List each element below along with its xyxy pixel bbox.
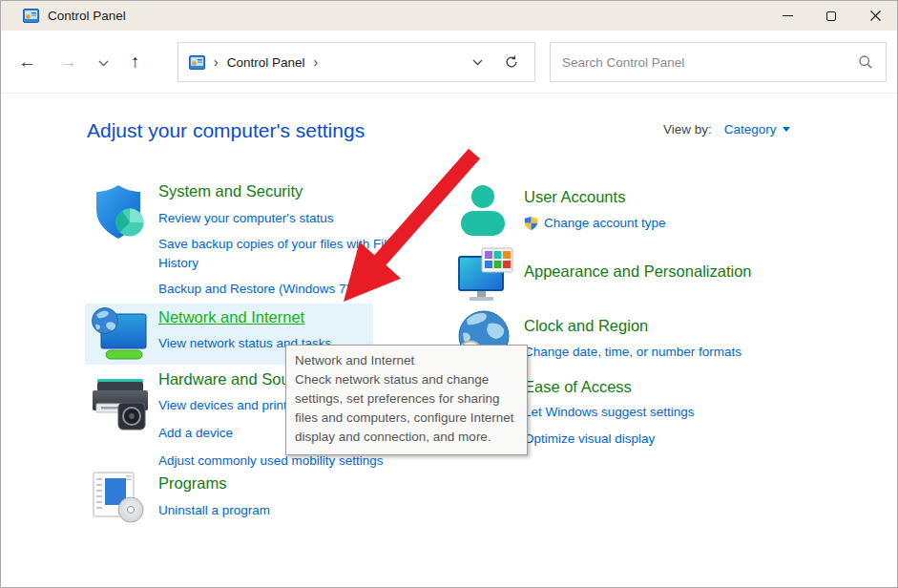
review-computer-status-link[interactable]: Review your computer's status [158,209,428,228]
change-account-type-label: Change account type [544,214,666,233]
search-box [550,42,887,82]
close-button[interactable] [853,1,897,31]
search-input[interactable] [562,55,858,70]
appearance-personalization-link[interactable]: Appearance and Personalization [524,262,752,281]
user-accounts-link[interactable]: User Accounts [524,188,625,206]
user-accounts-icon[interactable] [459,184,507,240]
tooltip-body: Check network status and change settings… [295,370,518,447]
network-internet-icon[interactable] [92,307,147,363]
address-bar[interactable]: › Control Panel › [178,42,535,82]
breadcrumb-separator-icon: › [214,54,219,70]
category-appearance-personalization: Appearance and Personalization [524,262,867,281]
uac-shield-icon [524,216,538,231]
system-security-link[interactable]: System and Security [158,182,303,200]
category-programs: Programs Uninstall a program [158,474,428,520]
change-account-type-link[interactable]: Change account type [524,214,848,233]
appearance-personalization-icon[interactable] [456,247,513,306]
control-panel-icon [189,55,205,70]
hardware-sound-icon[interactable] [90,374,151,435]
up-button[interactable]: ↑ [131,52,140,71]
windows-suggest-settings-link[interactable]: Let Windows suggest settings [524,403,848,422]
minimize-button[interactable] [765,1,809,31]
control-panel-window: Control Panel ← → ↑ [0,0,898,588]
system-security-icon[interactable] [92,182,147,242]
tooltip-title: Network and Internet [295,351,518,370]
category-clock-region: Clock and Region Change date, time, or n… [524,317,848,362]
category-user-accounts: User Accounts Change account type [524,188,848,233]
category-system-security: System and Security Review your computer… [158,182,428,299]
view-by-dropdown[interactable]: Category [724,122,777,136]
file-history-link[interactable]: Save backup copies of your files with Fi… [158,235,428,273]
search-icon[interactable] [858,54,873,70]
backup-restore-link[interactable]: Backup and Restore (Windows 7) [158,280,428,299]
network-internet-link[interactable]: Network and Internet [158,308,304,326]
view-by-label: View by: [663,122,712,136]
refresh-icon[interactable] [504,54,519,70]
close-icon [870,10,881,21]
breadcrumb-control-panel[interactable]: Control Panel [227,55,305,70]
programs-icon[interactable] [92,469,147,526]
chevron-down-icon[interactable] [783,127,790,132]
ease-of-access-link[interactable]: Ease of Access [524,378,632,396]
optimize-visual-display-link[interactable]: Optimize visual display [524,430,848,449]
page-title: Adjust your computer's settings [87,119,365,142]
clock-region-link[interactable]: Clock and Region [524,317,648,335]
title-bar: Control Panel [1,1,897,31]
back-button[interactable]: ← [18,52,36,71]
category-ease-of-access: Ease of Access Let Windows suggest setti… [524,378,848,449]
forward-button[interactable]: → [59,52,77,71]
change-date-time-link[interactable]: Change date, time, or number formats [524,343,848,362]
navigation-bar: ← → ↑ › Control Panel › [1,31,897,94]
minimize-icon [783,15,793,16]
breadcrumb-separator-icon[interactable]: › [313,54,318,70]
maximize-icon [826,11,836,21]
network-internet-tooltip: Network and Internet Check network statu… [285,345,528,455]
uninstall-program-link[interactable]: Uninstall a program [158,501,428,520]
maximize-button[interactable] [809,1,853,31]
control-panel-icon [23,9,39,23]
programs-link[interactable]: Programs [158,474,227,493]
address-dropdown-chevron[interactable] [472,59,483,66]
recent-locations-chevron[interactable] [98,60,109,67]
window-title: Control Panel [48,9,126,23]
